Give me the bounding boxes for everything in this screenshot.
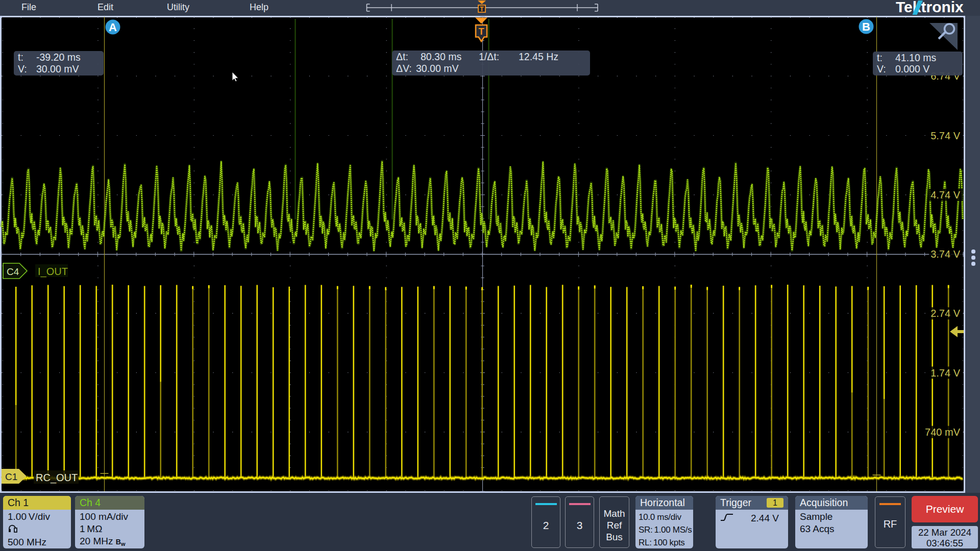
svg-text:C4: C4	[7, 266, 19, 277]
svg-text:4.74 V: 4.74 V	[930, 189, 960, 201]
svg-text:RC_OUT: RC_OUT	[36, 472, 78, 484]
svg-text:T: T	[479, 27, 484, 37]
svg-text:2.74 V: 2.74 V	[930, 308, 960, 319]
svg-text:5.74 V: 5.74 V	[930, 130, 960, 141]
svg-text:A: A	[109, 21, 117, 34]
svg-text:I_OUT: I_OUT	[38, 266, 68, 278]
svg-text:B: B	[862, 20, 870, 33]
svg-text:C1: C1	[5, 471, 17, 482]
svg-text:1.74 V: 1.74 V	[930, 367, 960, 379]
svg-text:740 mV: 740 mV	[925, 427, 961, 438]
svg-text:3.74 V: 3.74 V	[930, 248, 960, 260]
